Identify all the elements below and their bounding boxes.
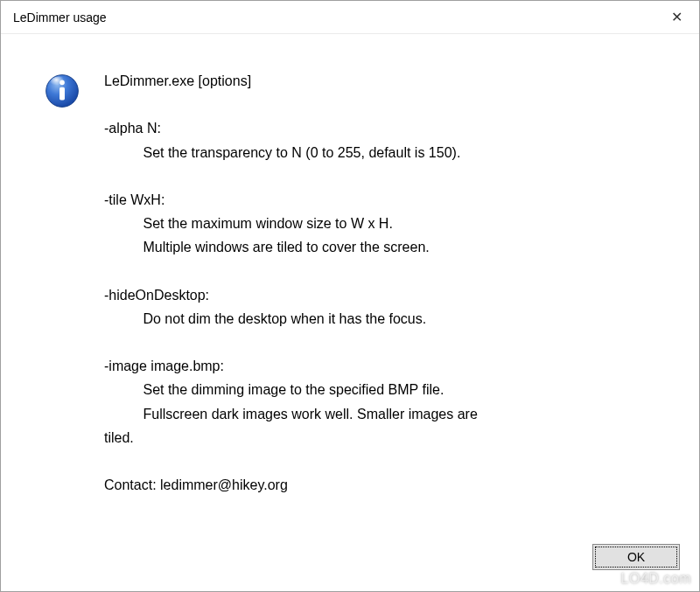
message-line: Set the dimming image to the specified B…: [104, 378, 673, 401]
svg-rect-3: [60, 87, 65, 101]
message-line: -tile WxH:: [104, 188, 673, 212]
message-line: -image image.bmp:: [104, 354, 673, 378]
svg-point-2: [60, 80, 65, 86]
message-line: Fullscreen dark images work well. Smalle…: [104, 402, 673, 426]
message-line: Contact: ledimmer@hikey.org: [104, 473, 673, 497]
info-icon: [44, 73, 80, 109]
message-line: [104, 331, 673, 354]
button-row: OK: [1, 533, 699, 591]
message-line: -alpha N:: [104, 116, 673, 140]
message-line: tiled.: [104, 426, 673, 449]
message-line: [104, 164, 673, 188]
window-title: LeDimmer usage: [13, 10, 107, 24]
content-area: LeDimmer.exe [options] -alpha N: Set the…: [1, 34, 699, 533]
ok-button[interactable]: OK: [592, 544, 680, 570]
message-line: -hideOnDesktop:: [104, 283, 673, 307]
icon-column: [36, 69, 88, 109]
dialog-window: LeDimmer usage ✕: [0, 0, 700, 592]
close-button[interactable]: ✕: [654, 1, 699, 34]
message-line: Multiple windows are tiled to cover the …: [104, 235, 673, 259]
message-line: Do not dim the desktop when it has the f…: [104, 307, 673, 331]
close-icon: ✕: [671, 9, 682, 25]
message-line: [104, 93, 673, 116]
message-line: Set the transparency to N (0 to 255, def…: [104, 141, 673, 164]
titlebar: LeDimmer usage ✕: [1, 1, 699, 34]
message-line: [104, 449, 673, 473]
message-line: Set the maximum window size to W x H.: [104, 212, 673, 235]
svg-point-1: [50, 76, 68, 90]
message-line: [104, 260, 673, 283]
message-line: LeDimmer.exe [options]: [104, 69, 673, 93]
message-text: LeDimmer.exe [options] -alpha N: Set the…: [88, 69, 673, 497]
